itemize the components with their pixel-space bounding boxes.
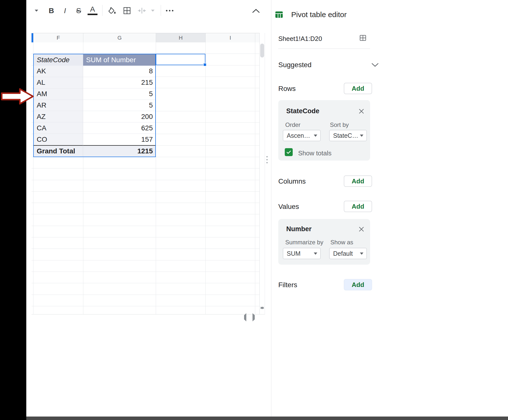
- strikethrough-button[interactable]: S: [73, 4, 85, 17]
- column-header-i[interactable]: I: [205, 33, 255, 43]
- pivot-cell-value[interactable]: 200: [83, 111, 155, 122]
- show-as-label: Show as: [330, 239, 353, 246]
- borders-icon: [122, 6, 132, 15]
- pivot-cell-value[interactable]: 625: [83, 122, 155, 134]
- bold-icon: B: [49, 6, 54, 15]
- checkmark-icon: [286, 149, 292, 155]
- columns-add-button[interactable]: Add: [344, 175, 372, 187]
- text-color-button[interactable]: A: [87, 3, 98, 17]
- pivot-cell-value[interactable]: 5: [83, 100, 155, 111]
- pivot-cell-state[interactable]: AM: [34, 88, 83, 100]
- pivot-cell-state[interactable]: AR: [34, 100, 83, 111]
- column-header-f[interactable]: F: [33, 33, 83, 43]
- panel-title: Pivot table editor: [291, 10, 347, 19]
- show-as-dropdown[interactable]: Default: [329, 248, 367, 259]
- chevron-up-icon: [252, 9, 260, 13]
- vertical-scrollbar-thumb[interactable]: [260, 44, 264, 57]
- pivot-header-statecode[interactable]: StateCode: [34, 54, 83, 66]
- column-header-g[interactable]: G: [83, 33, 156, 43]
- strikethrough-icon: S: [76, 6, 81, 15]
- gridline: [205, 42, 206, 314]
- statecode-remove-button[interactable]: [358, 108, 365, 115]
- scroll-left-button[interactable]: [244, 315, 246, 320]
- summarize-by-dropdown-value: SUM: [287, 250, 301, 257]
- columns-section-label: Columns: [278, 177, 306, 186]
- column-header-h[interactable]: H: [156, 33, 205, 43]
- caret-down-icon: [360, 135, 363, 137]
- divider: [278, 49, 370, 49]
- column-header-row: F G H I: [32, 33, 259, 43]
- pivot-cell-value[interactable]: 5: [83, 88, 155, 100]
- panel-resize-handle[interactable]: [266, 156, 268, 163]
- scroll-up-button[interactable]: [260, 302, 264, 307]
- grid-range-icon: [359, 34, 367, 42]
- merge-cells-icon: [137, 6, 147, 15]
- data-range-label: Sheet1!A1:D20: [278, 35, 322, 43]
- filters-add-button[interactable]: Add: [344, 279, 372, 290]
- more-options-button[interactable]: [164, 4, 176, 17]
- caret-down-icon: [314, 252, 317, 255]
- show-as-dropdown-value: Default: [333, 250, 353, 257]
- pivot-grand-total-value[interactable]: 1215: [83, 145, 155, 157]
- header-selection-sliver: [32, 33, 33, 43]
- chevron-down-icon: [372, 63, 379, 67]
- toolbar-divider: [102, 5, 102, 16]
- bold-button[interactable]: B: [45, 4, 57, 17]
- select-range-button[interactable]: [359, 34, 367, 43]
- triangle-left-icon: [244, 313, 246, 321]
- scroll-down-button[interactable]: [260, 309, 264, 314]
- pivot-cell-value[interactable]: 8: [83, 66, 155, 77]
- suggested-header[interactable]: Suggested: [278, 60, 312, 69]
- sort-by-dropdown[interactable]: StateC…: [329, 130, 367, 141]
- values-add-button[interactable]: Add: [344, 201, 372, 212]
- bottom-bar: [26, 417, 508, 420]
- pivot-grand-total-label[interactable]: Grand Total: [34, 145, 83, 157]
- order-dropdown[interactable]: Ascen…: [283, 130, 321, 141]
- number-remove-button[interactable]: [358, 226, 365, 233]
- horizontal-scrollbar-track[interactable]: [32, 314, 265, 314]
- merge-cells-button[interactable]: [136, 4, 148, 17]
- scroll-right-button[interactable]: [253, 315, 255, 320]
- text-color-swatch: [88, 14, 97, 15]
- pivot-cell-state[interactable]: CA: [34, 122, 83, 134]
- triangle-right-icon: [253, 313, 255, 321]
- suggested-expand-button[interactable]: [372, 63, 379, 68]
- caret-down-icon: [35, 10, 38, 12]
- pivot-cell-state[interactable]: AZ: [34, 111, 83, 122]
- summarize-by-label: Summarize by: [285, 239, 323, 246]
- show-totals-checkbox[interactable]: [285, 148, 293, 156]
- italic-button[interactable]: I: [59, 4, 71, 17]
- close-icon: [358, 108, 365, 114]
- caret-down-icon: [314, 135, 317, 137]
- number-card-title: Number: [286, 224, 312, 233]
- close-icon: [358, 226, 365, 232]
- show-totals-label: Show totals: [298, 150, 331, 157]
- gridline: [156, 42, 156, 314]
- triangle-down-icon: [260, 307, 264, 313]
- more-icon: [166, 10, 173, 11]
- pivot-cell-state[interactable]: AK: [34, 66, 83, 77]
- pivot-cell-state[interactable]: CO: [34, 134, 83, 145]
- collapse-toolbar-button[interactable]: [250, 4, 262, 17]
- pivot-cell-value[interactable]: 157: [83, 134, 155, 145]
- pivot-header-sum[interactable]: SUM of Number: [83, 54, 155, 66]
- pivot-cell-state[interactable]: AL: [34, 77, 83, 88]
- active-cell-selection[interactable]: [156, 54, 205, 65]
- fill-color-button[interactable]: [106, 4, 118, 17]
- pivot-cell-value[interactable]: 215: [83, 77, 155, 88]
- merge-cells-caret[interactable]: [148, 4, 158, 17]
- rows-add-button[interactable]: Add: [344, 83, 372, 94]
- panel-divider: [271, 0, 271, 417]
- rows-section-label: Rows: [278, 84, 296, 93]
- summarize-by-dropdown[interactable]: SUM: [283, 248, 321, 259]
- number-card: Number Summarize by Show as SUM Default: [278, 219, 370, 265]
- column-header-partial[interactable]: [255, 33, 259, 43]
- sort-by-dropdown-value: StateC…: [333, 132, 358, 139]
- vertical-scrollbar-track[interactable]: [259, 33, 265, 314]
- fill-handle[interactable]: [203, 63, 207, 66]
- values-section-label: Values: [278, 202, 299, 211]
- app-window: B I S A F G H I: [0, 0, 508, 420]
- toolbar-menu-caret[interactable]: [31, 4, 42, 17]
- borders-button[interactable]: [121, 4, 133, 17]
- caret-down-icon: [360, 252, 363, 255]
